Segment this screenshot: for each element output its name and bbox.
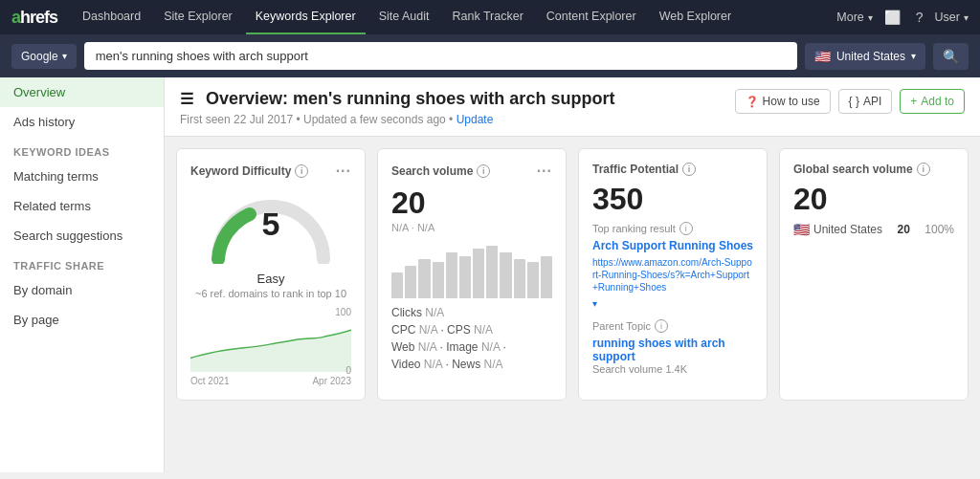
api-button[interactable]: { } API xyxy=(838,89,893,114)
gauge-description: ~6 ref. domains to rank in top 10 xyxy=(190,288,351,299)
sidebar-item-related-terms[interactable]: Related terms xyxy=(0,191,164,221)
nav-rank-tracker[interactable]: Rank Tracker xyxy=(442,0,532,34)
chart-axis-0: 0 xyxy=(345,365,351,376)
sidebar-item-by-domain[interactable]: By domain xyxy=(0,275,164,305)
help-icon[interactable]: ? xyxy=(912,6,927,29)
info-icon-tp[interactable]: i xyxy=(682,163,696,176)
dots-menu-kd[interactable]: ··· xyxy=(336,163,351,180)
card-title-kd: Keyword Difficulty i ··· xyxy=(190,163,351,180)
line-chart-labels: Oct 2021 Apr 2023 xyxy=(190,376,351,386)
top-ranking-section: Top ranking result i Arch Support Runnin… xyxy=(592,222,753,310)
update-link[interactable]: Update xyxy=(457,113,494,126)
info-icon-sv[interactable]: i xyxy=(477,164,490,178)
ranking-url[interactable]: https://www.amazon.com/Arch-Support-Runn… xyxy=(592,256,753,294)
bar xyxy=(514,259,525,298)
gauge-container: 5 xyxy=(190,187,351,264)
cpc-cps-row: CPC N/A · CPS N/A xyxy=(391,323,552,337)
chevron-down-icon: ▾ xyxy=(62,51,67,61)
nav-items: Dashboard Site Explorer Keywords Explore… xyxy=(73,0,836,34)
chevron-down-icon: ▾ xyxy=(964,12,969,23)
brand-logo: ahrefs xyxy=(11,8,57,28)
info-icon-tr[interactable]: i xyxy=(679,222,693,235)
parent-topic-section: Parent Topic i running shoes with arch s… xyxy=(592,319,753,375)
nav-keywords-explorer[interactable]: Keywords Explorer xyxy=(246,0,366,34)
add-to-button[interactable]: + Add to xyxy=(900,89,965,114)
line-chart-svg xyxy=(190,307,351,372)
overview-header: ☰ Overview: men's running shoes with arc… xyxy=(165,77,980,137)
card-title-tp: Traffic Potential i xyxy=(592,163,753,176)
gauge-value: 5 xyxy=(262,206,280,243)
sidebar-item-by-page[interactable]: By page xyxy=(0,305,164,335)
parent-search-volume: Search volume 1.4K xyxy=(592,363,753,375)
chevron-down-icon: ▾ xyxy=(911,51,916,61)
clicks-row: Clicks N/A xyxy=(391,306,552,319)
cards-grid: Keyword Difficulty i ··· 5 Easy xyxy=(165,137,980,412)
web-image-row: Web N/A · Image N/A · xyxy=(391,340,552,354)
search-input[interactable] xyxy=(84,42,797,70)
card-title-gsv: Global search volume i xyxy=(793,163,954,176)
hamburger-icon[interactable]: ☰ xyxy=(180,91,193,107)
search-engine-button[interactable]: Google ▾ xyxy=(11,44,77,69)
nav-site-audit[interactable]: Site Audit xyxy=(369,0,439,34)
search-bar: Google ▾ 🇺🇸 United States ▾ 🔍 xyxy=(0,34,980,77)
keyword-ideas-header: Keyword ideas xyxy=(0,137,164,162)
more-button[interactable]: More ▾ xyxy=(836,11,872,24)
country-row: 🇺🇸 United States 20 100% xyxy=(793,222,954,237)
nav-right: More ▾ ⬜ ? User ▾ xyxy=(836,6,969,29)
bar xyxy=(473,249,484,298)
nav-site-explorer[interactable]: Site Explorer xyxy=(154,0,242,34)
monitor-icon[interactable]: ⬜ xyxy=(880,6,904,29)
overview-meta: First seen 22 Jul 2017 • Updated a few s… xyxy=(180,113,614,126)
main-layout: Overview Ads history Keyword ideas Match… xyxy=(0,77,980,472)
bar xyxy=(433,262,444,299)
chevron-down-icon: ▾ xyxy=(868,12,873,23)
info-icon-gsv[interactable]: i xyxy=(917,163,930,176)
tp-value: 350 xyxy=(592,184,753,214)
how-to-use-button[interactable]: ❓ How to use xyxy=(735,89,831,114)
bar xyxy=(405,266,416,298)
parent-topic-link[interactable]: running shoes with arch support xyxy=(592,337,753,363)
sv-value: 20 xyxy=(391,187,552,218)
sidebar-item-search-suggestions[interactable]: Search suggestions xyxy=(0,221,164,250)
bar xyxy=(527,262,539,299)
overview-title: ☰ Overview: men's running shoes with arc… xyxy=(180,89,614,109)
info-icon-kd[interactable]: i xyxy=(295,164,308,178)
sidebar: Overview Ads history Keyword ideas Match… xyxy=(0,77,165,472)
search-go-button[interactable]: 🔍 xyxy=(933,43,969,70)
keyword-difficulty-card: Keyword Difficulty i ··· 5 Easy xyxy=(176,148,366,401)
user-menu[interactable]: User ▾ xyxy=(935,11,969,24)
bar xyxy=(486,246,498,298)
traffic-share-header: Traffic share xyxy=(0,250,164,275)
plus-icon: + xyxy=(910,95,917,108)
country-name: 🇺🇸 United States xyxy=(793,222,882,237)
nav-web-explorer[interactable]: Web Explorer xyxy=(650,0,742,34)
bar xyxy=(459,256,471,298)
info-icon-pt[interactable]: i xyxy=(655,319,668,333)
traffic-potential-card: Traffic Potential i 350 Top ranking resu… xyxy=(578,148,768,401)
content-area: ☰ Overview: men's running shoes with arc… xyxy=(165,77,980,472)
overview-title-section: ☰ Overview: men's running shoes with arc… xyxy=(180,89,614,126)
bar xyxy=(391,272,403,299)
ranking-title-link[interactable]: Arch Support Running Shoes xyxy=(592,239,753,254)
top-nav: ahrefs Dashboard Site Explorer Keywords … xyxy=(0,0,980,34)
line-chart-area: 100 0 xyxy=(190,307,351,374)
gsv-value: 20 xyxy=(793,184,954,214)
nav-dashboard[interactable]: Dashboard xyxy=(73,0,150,34)
card-title-sv: Search volume i ··· xyxy=(391,163,552,180)
bar xyxy=(500,252,511,298)
sidebar-item-ads-history[interactable]: Ads history xyxy=(0,107,164,137)
api-icon: { } xyxy=(849,95,859,108)
bar xyxy=(446,252,457,298)
bar xyxy=(541,256,552,298)
bar-chart xyxy=(391,241,552,298)
chart-axis-100: 100 xyxy=(335,307,351,317)
sidebar-item-overview[interactable]: Overview xyxy=(0,77,164,107)
question-circle-icon: ❓ xyxy=(746,96,759,108)
overview-actions: ❓ How to use { } API + Add to xyxy=(735,89,965,114)
country-selector[interactable]: 🇺🇸 United States ▾ xyxy=(805,43,925,70)
dots-menu-sv[interactable]: ··· xyxy=(537,163,552,180)
sidebar-item-matching-terms[interactable]: Matching terms xyxy=(0,162,164,191)
dropdown-icon[interactable]: ▾ xyxy=(592,298,597,309)
nav-content-explorer[interactable]: Content Explorer xyxy=(537,0,646,34)
video-news-row: Video N/A · News N/A xyxy=(391,358,552,371)
